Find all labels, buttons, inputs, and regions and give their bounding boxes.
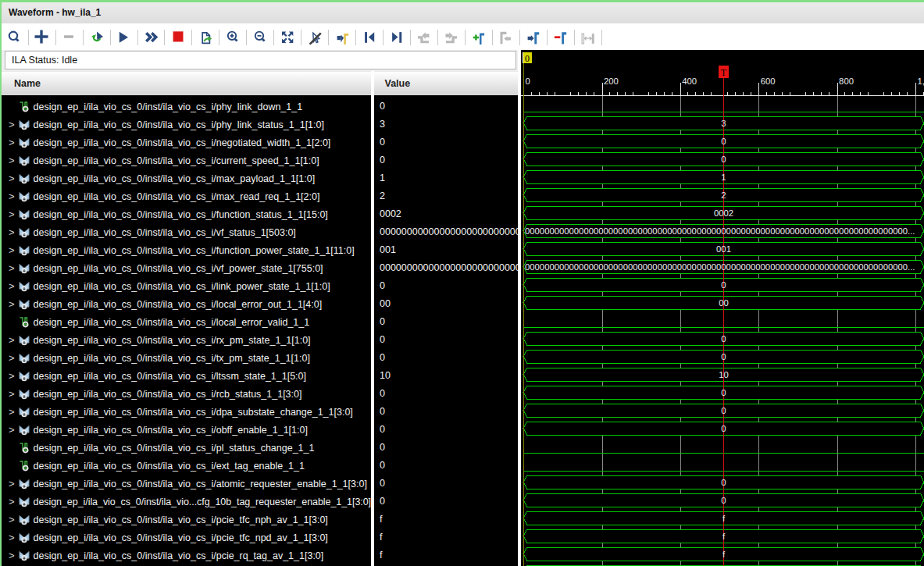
svg-text:800: 800 bbox=[839, 77, 854, 86]
svg-text:0: 0 bbox=[721, 155, 726, 164]
svg-text:2: 2 bbox=[721, 190, 726, 200]
svg-text:000000000000000000000000000000: 0000000000000000000000000000000000000000… bbox=[525, 226, 915, 236]
svg-text:0: 0 bbox=[721, 280, 726, 290]
svg-text:0: 0 bbox=[526, 77, 530, 86]
svg-text:000000000000000000000000000000: 0000000000000000000000000000000000000000… bbox=[525, 262, 915, 272]
svg-text:1,0: 1,0 bbox=[918, 77, 924, 86]
svg-text:400: 400 bbox=[682, 77, 697, 86]
svg-text:0: 0 bbox=[721, 388, 726, 397]
svg-text:0: 0 bbox=[721, 352, 726, 361]
svg-text:0: 0 bbox=[721, 406, 726, 415]
svg-text:001: 001 bbox=[716, 244, 731, 254]
svg-text:0002: 0002 bbox=[714, 208, 733, 218]
svg-text:0: 0 bbox=[721, 424, 726, 433]
svg-text:10: 10 bbox=[719, 370, 729, 379]
svg-text:200: 200 bbox=[604, 77, 619, 86]
svg-text:0: 0 bbox=[721, 496, 726, 505]
svg-text:0: 0 bbox=[721, 478, 726, 487]
svg-text:1: 1 bbox=[721, 173, 726, 182]
svg-text:00: 00 bbox=[719, 298, 729, 308]
svg-text:3: 3 bbox=[721, 119, 726, 128]
svg-text:T: T bbox=[721, 67, 727, 78]
svg-text:0: 0 bbox=[721, 334, 726, 344]
svg-text:0: 0 bbox=[721, 137, 726, 146]
svg-text:0: 0 bbox=[525, 53, 530, 64]
svg-text:600: 600 bbox=[761, 77, 776, 86]
